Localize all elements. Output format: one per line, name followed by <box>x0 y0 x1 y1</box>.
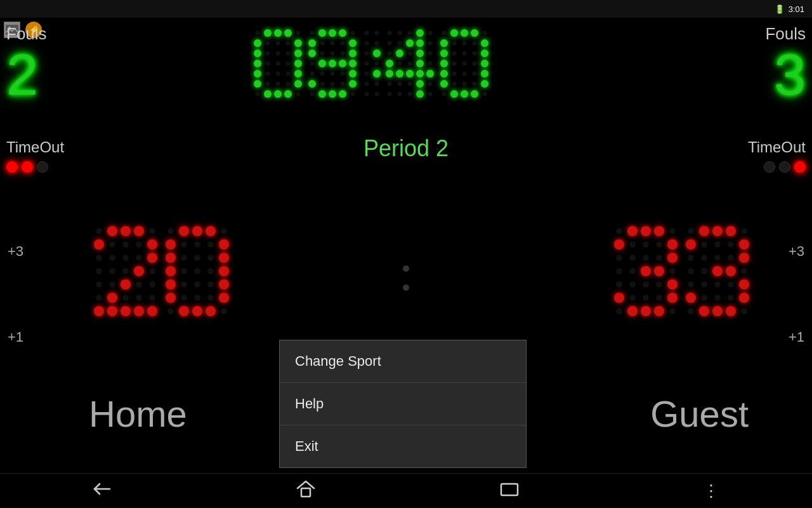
guest-plus-one: +1 <box>789 329 804 345</box>
guest-score-display <box>609 221 761 363</box>
context-menu: Change Sport Help Exit <box>279 340 527 468</box>
timer-display <box>178 23 634 131</box>
battery-icon: 🔋 <box>775 4 785 14</box>
nav-recent-button[interactable] <box>487 476 532 505</box>
status-bar: 🔋 3:01 <box>0 0 812 18</box>
score-separator <box>403 265 409 291</box>
home-timeout-dot-3 <box>37 161 48 173</box>
guest-plus-three: +3 <box>789 243 804 260</box>
guest-fouls-value: 3 <box>765 46 806 104</box>
nav-more-button[interactable]: ⋮ <box>690 476 733 506</box>
home-timeout-section: TimeOut <box>6 138 64 173</box>
home-fouls-value: 2 <box>6 46 47 104</box>
home-timeout-dot-2 <box>22 161 33 173</box>
guest-team-label: Guest <box>650 392 749 435</box>
home-timeout-dots <box>6 161 64 173</box>
guest-timeout-section: TimeOut <box>748 138 806 173</box>
period-display: Period 2 <box>363 135 449 162</box>
time-display: 3:01 <box>789 4 804 14</box>
menu-item-change-sport[interactable]: Change Sport <box>280 340 526 383</box>
nav-home-button[interactable] <box>284 475 328 507</box>
nav-back-button[interactable] <box>79 476 125 505</box>
home-team-label: Home <box>89 392 187 435</box>
guest-timeout-dot-1 <box>764 161 775 173</box>
home-plus-one: +1 <box>8 329 23 345</box>
home-plus-three: +3 <box>8 243 23 260</box>
menu-item-exit[interactable]: Exit <box>280 425 526 467</box>
guest-timeout-label: TimeOut <box>748 138 806 156</box>
home-fouls-section: Fouls 2 <box>6 24 47 104</box>
guest-timeout-dots <box>748 161 806 173</box>
menu-item-help[interactable]: Help <box>280 383 526 425</box>
home-timeout-label: TimeOut <box>6 138 64 156</box>
guest-timeout-dot-2 <box>779 161 790 173</box>
svg-rect-3 <box>301 488 310 497</box>
home-fouls-label: Fouls <box>6 24 47 44</box>
nav-bar: ⋮ <box>0 473 812 508</box>
status-icons: 🔋 3:01 <box>775 4 804 14</box>
home-timeout-dot-1 <box>6 161 18 173</box>
guest-fouls-section: Fouls 3 <box>765 24 806 104</box>
guest-timeout-dot-3 <box>794 161 806 173</box>
home-score-display <box>89 221 241 363</box>
guest-fouls-label: Fouls <box>765 24 806 44</box>
svg-rect-4 <box>501 484 518 495</box>
